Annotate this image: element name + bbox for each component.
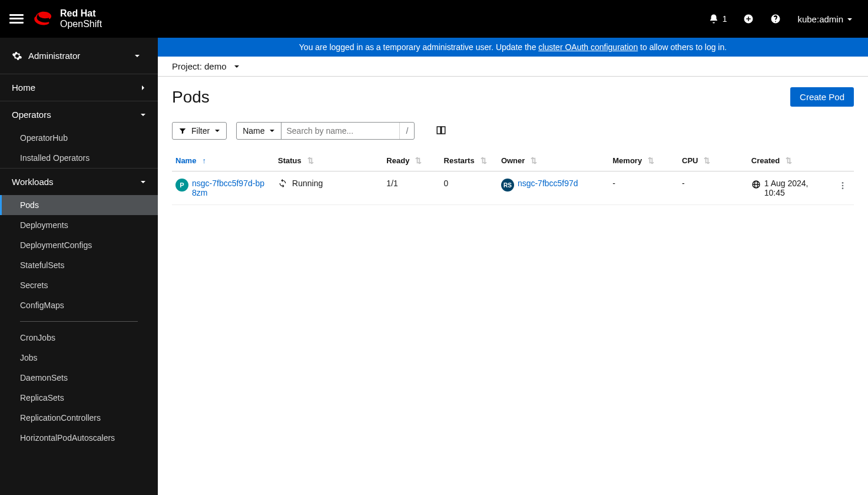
user-menu[interactable]: kube:admin	[797, 14, 853, 24]
chevron-down-icon	[140, 177, 146, 187]
pod-badge-icon: P	[175, 179, 188, 192]
kebab-icon	[838, 181, 847, 190]
col-owner[interactable]: Owner⇅	[498, 150, 609, 171]
chevron-right-icon	[140, 82, 146, 93]
page-title: Pods	[172, 88, 790, 107]
bell-icon	[708, 14, 719, 24]
sort-icon: ⇅	[415, 156, 422, 165]
search-group: Name /	[236, 122, 415, 140]
search-input[interactable]	[281, 123, 399, 139]
col-status[interactable]: Status⇅	[274, 150, 383, 171]
sync-icon	[278, 179, 287, 188]
pod-name-link[interactable]: nsgc-7fbcc5f97d-bp8zm	[192, 179, 266, 197]
filter-icon	[178, 127, 187, 135]
nav-divider	[20, 321, 138, 322]
table-row: Pnsgc-7fbcc5f97d-bp8zm Running 1/1 0 RSn…	[172, 171, 854, 205]
nav-replicasets[interactable]: ReplicaSets	[0, 388, 158, 408]
question-circle-icon	[770, 14, 781, 24]
redhat-icon	[33, 11, 54, 27]
caret-down-icon	[134, 51, 146, 61]
sidebar: Administrator Home Operators OperatorHub…	[0, 38, 158, 495]
nav-pods[interactable]: Pods	[0, 195, 158, 215]
svg-point-2	[842, 187, 844, 189]
col-name[interactable]: Name↑	[172, 150, 274, 171]
globe-icon	[751, 180, 761, 189]
perspective-label: Administrator	[28, 51, 134, 61]
replicaset-badge-icon: RS	[501, 179, 514, 192]
banner-suffix: to allow others to log in.	[638, 42, 727, 52]
project-bar: Project: demo	[158, 57, 868, 77]
sort-icon: ⇅	[307, 156, 314, 165]
svg-point-1	[842, 185, 844, 187]
notif-count: 1	[723, 14, 727, 24]
info-banner: You are logged in as a temporary adminis…	[158, 38, 868, 57]
nav-configmaps[interactable]: ConfigMaps	[0, 295, 158, 315]
brand-text: Red Hat OpenShift	[60, 8, 102, 29]
masthead: Red Hat OpenShift 1 kube:admin	[0, 0, 868, 38]
nav-deploymentconfigs[interactable]: DeploymentConfigs	[0, 235, 158, 255]
nav-operatorhub[interactable]: OperatorHub	[0, 128, 158, 148]
nav-jobs[interactable]: Jobs	[0, 348, 158, 368]
sort-icon: ⇅	[481, 156, 487, 165]
nav-secrets[interactable]: Secrets	[0, 275, 158, 295]
columns-icon	[436, 125, 446, 136]
nav-workloads[interactable]: Workloads	[0, 168, 158, 195]
nav-cronjobs[interactable]: CronJobs	[0, 328, 158, 348]
create-pod-button[interactable]: Create Pod	[790, 87, 854, 107]
cpu-value: -	[678, 171, 748, 205]
col-cpu[interactable]: CPU⇅	[678, 150, 748, 171]
sort-asc-icon: ↑	[202, 156, 206, 165]
banner-link[interactable]: cluster OAuth configuration	[538, 42, 638, 52]
brand-line1: Red Hat	[60, 8, 102, 19]
project-dropdown[interactable]: Project: demo	[172, 61, 240, 71]
caret-down-icon	[847, 14, 853, 24]
nav-toggle-button[interactable]	[9, 12, 24, 26]
notifications-button[interactable]: 1	[708, 14, 727, 24]
import-button[interactable]	[743, 14, 754, 24]
brand-line2: OpenShift	[60, 19, 102, 29]
search-by-dropdown[interactable]: Name	[237, 123, 281, 139]
sort-icon: ⇅	[786, 156, 792, 165]
created-value: 1 Aug 2024, 10:45	[764, 179, 829, 197]
col-memory[interactable]: Memory⇅	[609, 150, 678, 171]
sort-icon: ⇅	[648, 156, 654, 165]
pods-table: Name↑ Status⇅ Ready⇅ Restarts⇅ Owner⇅ Me…	[172, 150, 854, 205]
caret-down-icon	[214, 126, 220, 136]
brand-logo[interactable]: Red Hat OpenShift	[33, 8, 102, 29]
nav-daemonsets[interactable]: DaemonSets	[0, 368, 158, 388]
chevron-down-icon	[140, 110, 146, 120]
column-management-button[interactable]	[433, 123, 449, 140]
plus-circle-icon	[743, 14, 754, 24]
help-button[interactable]	[770, 14, 781, 24]
cogs-icon	[12, 51, 22, 61]
nav-home[interactable]: Home	[0, 74, 158, 101]
main-content: You are logged in as a temporary adminis…	[158, 38, 868, 495]
nav-operators[interactable]: Operators	[0, 101, 158, 128]
search-slash-hint: /	[399, 123, 414, 139]
owner-link[interactable]: nsgc-7fbcc5f97d	[518, 179, 578, 188]
nav-hpa[interactable]: HorizontalPodAutoscalers	[0, 428, 158, 448]
nav-deployments[interactable]: Deployments	[0, 215, 158, 235]
col-ready[interactable]: Ready⇅	[383, 150, 440, 171]
toolbar: Filter Name /	[172, 122, 854, 140]
restarts-value: 0	[440, 171, 498, 205]
nav-installed-operators[interactable]: Installed Operators	[0, 148, 158, 168]
perspective-switcher[interactable]: Administrator	[0, 38, 158, 74]
ready-value: 1/1	[383, 171, 440, 205]
nav-statefulsets[interactable]: StatefulSets	[0, 255, 158, 275]
header-tools: 1 kube:admin	[708, 14, 859, 24]
nav-replicationcontrollers[interactable]: ReplicationControllers	[0, 408, 158, 428]
filter-dropdown[interactable]: Filter	[172, 122, 227, 140]
col-restarts[interactable]: Restarts⇅	[440, 150, 498, 171]
caret-down-icon	[269, 126, 275, 136]
memory-value: -	[609, 171, 678, 205]
caret-down-icon	[234, 61, 240, 71]
sort-icon: ⇅	[531, 156, 537, 165]
svg-point-0	[842, 182, 844, 184]
row-actions-kebab[interactable]	[836, 179, 850, 194]
status-text: Running	[292, 179, 323, 188]
username: kube:admin	[797, 14, 843, 24]
col-created[interactable]: Created⇅	[748, 150, 832, 171]
sort-icon: ⇅	[704, 156, 710, 165]
banner-prefix: You are logged in as a temporary adminis…	[299, 42, 539, 52]
